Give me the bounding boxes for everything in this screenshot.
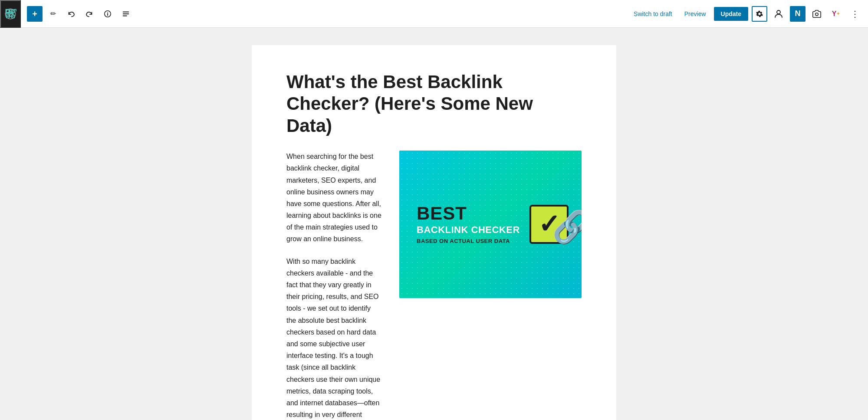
chain-link-symbol: 🔗 <box>552 209 582 245</box>
paragraph-1[interactable]: When searching for the best backlink che… <box>286 151 382 245</box>
update-button[interactable]: Update <box>714 7 748 21</box>
svg-point-11 <box>815 13 818 15</box>
more-options-button[interactable]: ⋮ <box>847 6 863 22</box>
preview-button[interactable]: Preview <box>680 8 710 20</box>
featured-image: BEST BACKLINK CHECKER BASED ON ACTUAL US… <box>399 151 582 298</box>
image-column: BEST BACKLINK CHECKER BASED ON ACTUAL US… <box>399 151 582 298</box>
list-view-button[interactable] <box>118 6 134 22</box>
paragraph-2[interactable]: With so many backlink checkers available… <box>286 256 382 420</box>
editor-container: What's the Best Backlink Checker? (Here'… <box>252 45 616 420</box>
check-graphic: ✓ 🔗 <box>529 205 569 244</box>
toolbar-left: + ✏ <box>5 0 629 28</box>
toolbar: + ✏ <box>0 0 868 28</box>
user-avatar-button[interactable] <box>771 6 786 22</box>
redo-button[interactable] <box>82 6 97 22</box>
n-plugin-button[interactable]: N <box>790 6 806 22</box>
image-text-section: BEST BACKLINK CHECKER BASED ON ACTUAL US… <box>417 204 520 244</box>
switch-to-draft-button[interactable]: Switch to draft <box>629 8 677 20</box>
content-area: What's the Best Backlink Checker? (Here'… <box>0 28 868 420</box>
image-text-based: BASED ON ACTUAL USER DATA <box>417 238 520 244</box>
add-block-button[interactable]: + <box>27 6 43 22</box>
text-column: When searching for the best backlink che… <box>286 151 382 420</box>
svg-point-10 <box>777 10 780 14</box>
post-title[interactable]: What's the Best Backlink Checker? (Here'… <box>286 71 582 137</box>
edit-tool-button[interactable]: ✏ <box>45 6 61 22</box>
svg-point-6 <box>107 12 108 13</box>
content-layout: When searching for the best backlink che… <box>286 151 582 420</box>
image-text-best: BEST <box>417 204 520 223</box>
camera-button[interactable] <box>809 6 825 22</box>
toolbar-right: Switch to draft Preview Update N <box>629 6 863 22</box>
yoast-button[interactable]: Y✦ <box>828 6 844 22</box>
info-button[interactable] <box>100 6 115 22</box>
settings-button[interactable] <box>752 6 767 22</box>
image-text-backlink: BACKLINK CHECKER <box>417 224 520 236</box>
wordpress-logo-button[interactable] <box>0 0 21 28</box>
undo-button[interactable] <box>63 6 79 22</box>
